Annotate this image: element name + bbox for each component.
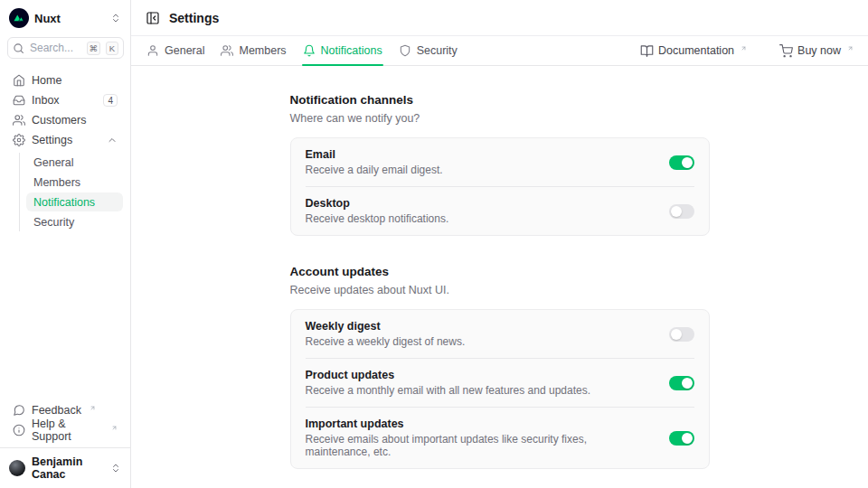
setting-label: Email	[306, 148, 655, 161]
setting-label: Desktop	[306, 197, 655, 210]
user-menu[interactable]: Benjamin Canac	[0, 447, 130, 488]
home-icon	[13, 74, 25, 87]
external-link-icon	[847, 45, 854, 52]
chevron-up-down-icon	[110, 463, 121, 474]
inbox-icon	[13, 94, 25, 107]
external-link-icon	[741, 45, 747, 52]
chevron-up-down-icon	[110, 13, 121, 23]
app-window: Nuxt Search... ⌘ K Home	[0, 0, 868, 488]
section-title: Account updates	[290, 265, 710, 278]
setting-row-weekly-digest: Weekly digest Receive a weekly digest of…	[306, 310, 694, 358]
main-panel: Settings General Members Notifications S…	[131, 0, 868, 488]
documentation-button[interactable]: Documentation	[640, 36, 747, 65]
user-icon	[146, 44, 159, 57]
sidebar-item-label: Security	[33, 216, 74, 229]
sidebar-nav: Home Inbox 4 Customers Settings	[0, 62, 130, 231]
sidebar-item-label: Members	[33, 176, 80, 189]
sidebar: Nuxt Search... ⌘ K Home	[0, 0, 131, 488]
action-label: Buy now	[797, 44, 841, 57]
tab-label: General	[165, 44, 204, 57]
workspace-switcher[interactable]: Nuxt	[0, 0, 130, 33]
tab-notifications[interactable]: Notifications	[302, 36, 383, 65]
setting-label: Product updates	[306, 369, 655, 381]
sidebar-item-notifications[interactable]: Notifications	[26, 192, 123, 211]
settings-card: Email Receive a daily email digest. Desk…	[290, 137, 710, 236]
shield-icon	[399, 44, 411, 57]
section-title: Notification channels	[290, 93, 710, 107]
sidebar-item-help-support[interactable]: Help & Support	[7, 420, 123, 440]
sidebar-item-label: General	[33, 156, 73, 169]
section-account-updates: Account updates Receive updates about Nu…	[290, 265, 710, 469]
sidebar-item-label: Inbox	[32, 94, 97, 107]
nuxt-logo-icon	[9, 8, 29, 28]
sidebar-item-inbox[interactable]: Inbox 4	[7, 90, 123, 110]
setting-description: Receive a weekly digest of news.	[306, 335, 655, 348]
tab-label: Security	[417, 44, 458, 57]
tab-members[interactable]: Members	[220, 36, 287, 65]
sidebar-item-members[interactable]: Members	[26, 173, 123, 192]
sidebar-item-label: Notifications	[33, 196, 95, 209]
sidebar-item-label: Feedback	[32, 404, 81, 417]
sidebar-item-customers[interactable]: Customers	[7, 110, 123, 130]
action-label: Documentation	[658, 44, 734, 57]
sidebar-item-home[interactable]: Home	[7, 70, 123, 90]
search-input[interactable]: Search... ⌘ K	[7, 37, 124, 59]
tabbar-spacer	[473, 36, 626, 65]
setting-description: Receive a monthly email with all new fea…	[306, 384, 655, 397]
gear-icon	[13, 134, 25, 146]
settings-submenu: General Members Notifications Security	[19, 153, 123, 231]
setting-row-product-updates: Product updates Receive a monthly email …	[306, 358, 694, 407]
tab-label: Members	[239, 44, 286, 57]
content-area: Notification channels Where can we notif…	[131, 66, 868, 488]
sidebar-spacer	[0, 231, 130, 400]
product-updates-toggle[interactable]	[669, 376, 694, 390]
setting-row-email: Email Receive a daily email digest.	[306, 138, 694, 186]
chevron-up-icon	[107, 135, 118, 145]
tab-general[interactable]: General	[146, 36, 205, 65]
cart-icon	[779, 44, 793, 58]
setting-label: Weekly digest	[306, 320, 655, 333]
section-description: Receive updates about Nuxt UI.	[290, 284, 710, 296]
bell-icon	[303, 44, 316, 57]
sidebar-item-label: Help & Support	[32, 418, 103, 443]
tab-label: Notifications	[321, 44, 382, 57]
settings-card: Weekly digest Receive a weekly digest of…	[290, 309, 710, 469]
external-link-icon	[111, 425, 118, 431]
book-icon	[640, 44, 654, 58]
sidebar-item-label: Customers	[32, 114, 118, 127]
setting-row-desktop: Desktop Receive desktop notifications.	[306, 186, 694, 235]
avatar	[9, 460, 25, 476]
desktop-toggle[interactable]	[669, 204, 694, 219]
panel-left-close-icon	[146, 11, 160, 25]
sidebar-item-settings[interactable]: Settings	[7, 130, 123, 150]
users-icon	[221, 44, 233, 57]
section-description: Where can we notify you?	[290, 112, 710, 125]
search-icon	[13, 42, 24, 54]
chat-bubble-icon	[13, 404, 25, 417]
tab-bar: General Members Notifications Security D…	[131, 36, 868, 66]
sidebar-item-label: Home	[32, 74, 118, 87]
section-notification-channels: Notification channels Where can we notif…	[290, 93, 710, 236]
sidebar-item-security[interactable]: Security	[26, 212, 123, 231]
inbox-count-badge: 4	[103, 94, 118, 107]
buy-now-button[interactable]: Buy now	[779, 36, 854, 65]
important-updates-toggle[interactable]	[669, 431, 694, 446]
tab-security[interactable]: Security	[398, 36, 458, 65]
search-placeholder: Search...	[30, 42, 81, 54]
external-link-icon	[90, 405, 96, 411]
setting-description: Receive a daily email digest.	[306, 164, 655, 176]
user-name: Benjamin Canac	[32, 455, 104, 481]
setting-row-important-updates: Important updates Receive emails about i…	[306, 407, 694, 468]
sidebar-item-label: Settings	[32, 134, 100, 146]
kbd-cmd: ⌘	[87, 42, 101, 55]
page-header: Settings	[131, 0, 868, 36]
email-toggle[interactable]	[669, 155, 694, 170]
setting-description: Receive emails about important updates l…	[306, 433, 655, 458]
collapse-sidebar-button[interactable]	[146, 11, 160, 25]
workspace-name: Nuxt	[34, 12, 105, 25]
weekly-digest-toggle[interactable]	[669, 327, 694, 342]
setting-description: Receive desktop notifications.	[306, 212, 655, 225]
sidebar-item-general[interactable]: General	[26, 153, 123, 172]
sidebar-footer: Feedback Help & Support	[0, 400, 130, 447]
users-icon	[13, 114, 25, 127]
